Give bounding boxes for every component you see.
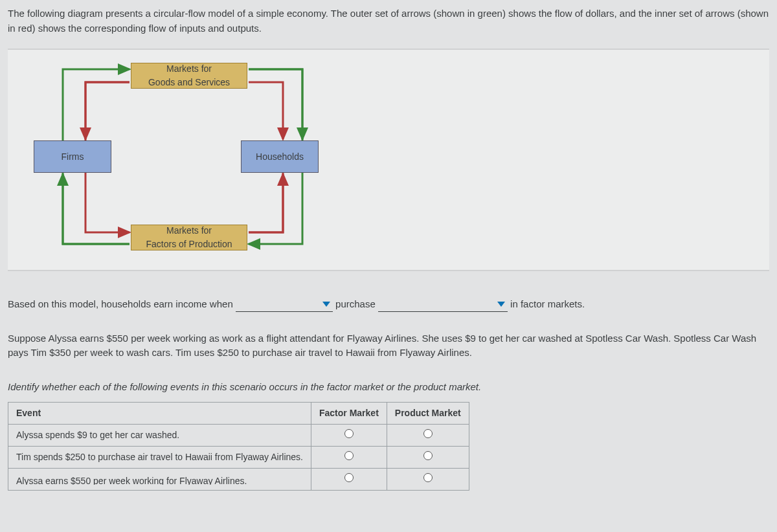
intro-text: The following diagram presents a circula… <box>8 6 769 36</box>
diagram-container: Firms Households Markets for Goods and S… <box>8 49 769 271</box>
sentence-part2: purchase <box>335 298 378 309</box>
market-table: Event Factor Market Product Market Alyss… <box>8 402 469 491</box>
col-product: Product Market <box>387 403 469 425</box>
node-firms: Firms <box>34 140 111 173</box>
sentence-part3: in factor markets. <box>510 298 585 309</box>
fill-in-sentence: Based on this model, households earn inc… <box>8 297 769 312</box>
scenario-text: Suppose Alyssa earns $550 per week worki… <box>8 331 769 360</box>
col-factor: Factor Market <box>311 403 387 425</box>
radio-factor[interactable] <box>344 429 354 438</box>
dropdown-blank-1[interactable] <box>236 299 333 312</box>
circular-flow-diagram: Firms Households Markets for Goods and S… <box>34 63 332 257</box>
node-households: Households <box>241 140 319 173</box>
table-row: Alyssa spends $9 to get her car washed. <box>8 425 469 447</box>
radio-factor[interactable] <box>344 451 354 460</box>
dropdown-blank-2[interactable] <box>378 299 508 312</box>
node-factors-market: Markets for Factors of Production <box>131 225 247 250</box>
table-row: Alyssa earns $550 per week working for F… <box>8 469 469 491</box>
chevron-down-icon <box>322 302 330 307</box>
event-cell: Alyssa earns $550 per week working for F… <box>8 469 311 491</box>
event-cell: Tim spends $250 to purchase air travel t… <box>8 447 311 469</box>
col-event: Event <box>8 403 311 425</box>
radio-factor[interactable] <box>344 473 354 482</box>
radio-product[interactable] <box>423 451 433 460</box>
node-goods-market: Markets for Goods and Services <box>131 63 247 89</box>
table-row: Tim spends $250 to purchase air travel t… <box>8 447 469 469</box>
radio-product[interactable] <box>423 473 433 482</box>
instruction-text: Identify whether each of the following e… <box>8 380 769 395</box>
chevron-down-icon <box>497 302 505 307</box>
radio-product[interactable] <box>423 429 433 438</box>
sentence-part1: Based on this model, households earn inc… <box>8 298 236 309</box>
event-cell: Alyssa spends $9 to get her car washed. <box>8 425 311 447</box>
